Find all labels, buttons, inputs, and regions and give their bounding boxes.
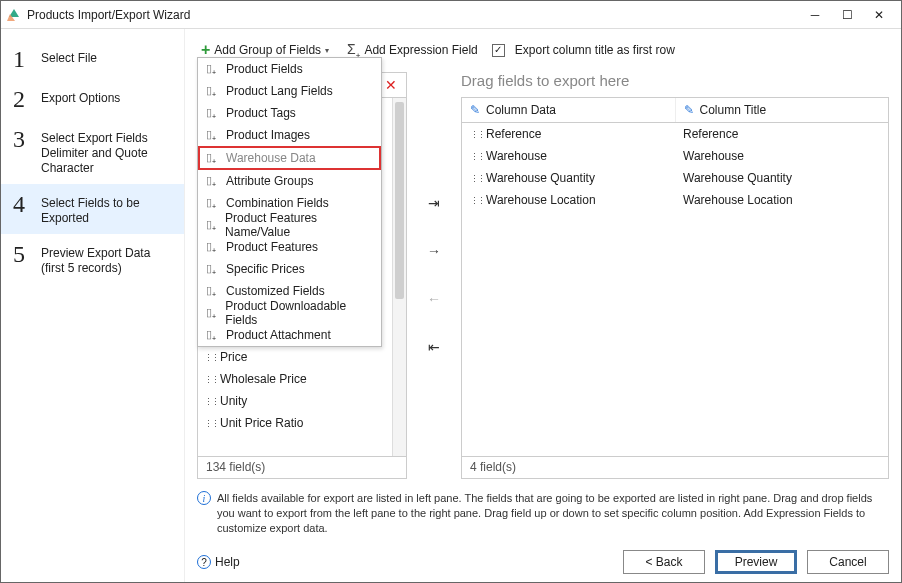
available-field-item[interactable]: Unity [198,390,406,412]
add-expr-label: Add Expression Field [364,43,477,57]
grip-icon [470,149,480,163]
column-data-header[interactable]: ✎ Column Data [462,98,676,122]
group-add-icon: ▯+ [206,151,218,165]
export-field-row[interactable]: WarehouseWarehouse [462,145,888,167]
grip-icon [204,372,214,386]
step-label: Select Fields to be Exported [41,192,172,226]
back-label: < Back [645,555,682,569]
column-data-value: Warehouse Location [486,193,596,207]
pencil-icon: ✎ [684,103,694,117]
export-field-row[interactable]: Warehouse QuantityWarehouse Quantity [462,167,888,189]
wizard-step-1[interactable]: 1Select File [1,39,184,79]
step-label: Select File [41,47,172,66]
wizard-step-5[interactable]: 5Preview Export Data (first 5 records) [1,234,184,284]
grip-icon [470,171,480,185]
column-data-value: Reference [486,127,541,141]
info-icon: i [197,491,211,505]
left-scrollbar[interactable] [392,98,406,457]
grip-icon [204,350,214,364]
column-title-value: Reference [683,127,738,141]
field-label: Price [220,350,247,364]
app-logo-icon [7,8,21,22]
step-number: 1 [13,47,31,71]
dropdown-item-label: Customized Fields [226,284,325,298]
add-all-button[interactable]: ⇥ [423,192,445,214]
remove-all-button[interactable]: ⇤ [423,336,445,358]
add-button[interactable]: → [423,240,445,262]
available-field-item[interactable]: Unit Price Ratio [198,412,406,434]
remove-button[interactable]: ← [423,288,445,310]
right-footer: 4 field(s) [462,456,888,478]
column-title-header[interactable]: ✎ Column Title [676,98,889,122]
dropdown-item[interactable]: ▯+Warehouse Data [198,146,381,170]
dropdown-item[interactable]: ▯+Product Images [198,124,381,146]
first-row-label: Export column title as first row [515,43,675,57]
export-field-row[interactable]: Warehouse LocationWarehouse Location [462,189,888,211]
dropdown-item-label: Product Images [226,128,310,142]
preview-button[interactable]: Preview [715,550,797,574]
group-add-icon: ▯+ [206,306,217,320]
dropdown-item[interactable]: ▯+Product Tags [198,102,381,124]
field-label: Wholesale Price [220,372,307,386]
field-label: Unit Price Ratio [220,416,303,430]
cancel-button[interactable]: Cancel [807,550,889,574]
caret-down-icon: ▾ [325,46,329,55]
export-fields-list: ✎ Column Data ✎ Column Title ReferenceRe… [461,97,889,480]
dropdown-item[interactable]: ▯+Product Downloadable Fields [198,302,381,324]
help-label: Help [215,555,240,569]
wizard-step-3[interactable]: 3Select Export Fields Delimiter and Quot… [1,119,184,184]
dropdown-item[interactable]: ▯+Attribute Groups [198,170,381,192]
info-text: All fields available for export are list… [217,491,889,536]
back-button[interactable]: < Back [623,550,705,574]
wizard-step-2[interactable]: 2Export Options [1,79,184,119]
dropdown-item[interactable]: ▯+Product Lang Fields [198,80,381,102]
column-title-value: Warehouse [683,149,744,163]
dropdown-item-label: Attribute Groups [226,174,313,188]
pencil-icon: ✎ [470,103,480,117]
step-number: 5 [13,242,31,266]
group-add-icon: ▯+ [206,84,218,98]
dropdown-item[interactable]: ▯+Specific Prices [198,258,381,280]
dropdown-item-label: Product Attachment [226,328,331,342]
col-title-label: Column Title [700,103,767,117]
available-field-item[interactable]: Wholesale Price [198,368,406,390]
dropdown-item[interactable]: ▯+Product Fields [198,58,381,80]
first-row-checkbox[interactable]: ✓ [492,44,505,57]
column-title-value: Warehouse Location [683,193,793,207]
field-group-dropdown: ▯+Product Fields▯+Product Lang Fields▯+P… [197,57,382,347]
maximize-button[interactable]: ☐ [831,3,863,27]
help-icon: ? [197,555,211,569]
dropdown-item-label: Product Features [226,240,318,254]
help-link[interactable]: ? Help [197,555,240,569]
field-label: Unity [220,394,247,408]
dropdown-item[interactable]: ▯+Product Attachment [198,324,381,346]
dropdown-item-label: Product Lang Fields [226,84,333,98]
grip-icon [204,416,214,430]
column-title-value: Warehouse Quantity [683,171,792,185]
column-data-value: Warehouse [486,149,547,163]
available-field-item[interactable]: Price [198,346,406,368]
dropdown-item-label: Product Features Name/Value [225,211,373,239]
dropdown-item[interactable]: ▯+Product Features Name/Value [198,214,381,236]
minimize-button[interactable]: ─ [799,3,831,27]
group-add-icon: ▯+ [206,128,218,142]
wizard-steps-sidebar: 1Select File2Export Options3Select Expor… [1,29,185,582]
add-group-label: Add Group of Fields [214,43,321,57]
step-number: 4 [13,192,31,216]
preview-label: Preview [735,555,778,569]
dropdown-item[interactable]: ▯+Product Features [198,236,381,258]
close-button[interactable]: ✕ [863,3,895,27]
group-add-icon: ▯+ [206,284,218,298]
window-title: Products Import/Export Wizard [27,8,799,22]
add-group-of-fields-button[interactable]: + Add Group of Fields ▾ ▯+Product Fields… [197,39,333,61]
dropdown-item-label: Product Fields [226,62,303,76]
wizard-step-4[interactable]: 4Select Fields to be Exported [1,184,184,234]
step-label: Preview Export Data (first 5 records) [41,242,172,276]
group-add-icon: ▯+ [206,262,218,276]
group-add-icon: ▯+ [206,218,217,232]
group-add-icon: ▯+ [206,174,218,188]
group-add-icon: ▯+ [206,328,218,342]
left-footer: 134 field(s) [198,456,406,478]
dropdown-item-label: Product Tags [226,106,296,120]
export-field-row[interactable]: ReferenceReference [462,123,888,145]
